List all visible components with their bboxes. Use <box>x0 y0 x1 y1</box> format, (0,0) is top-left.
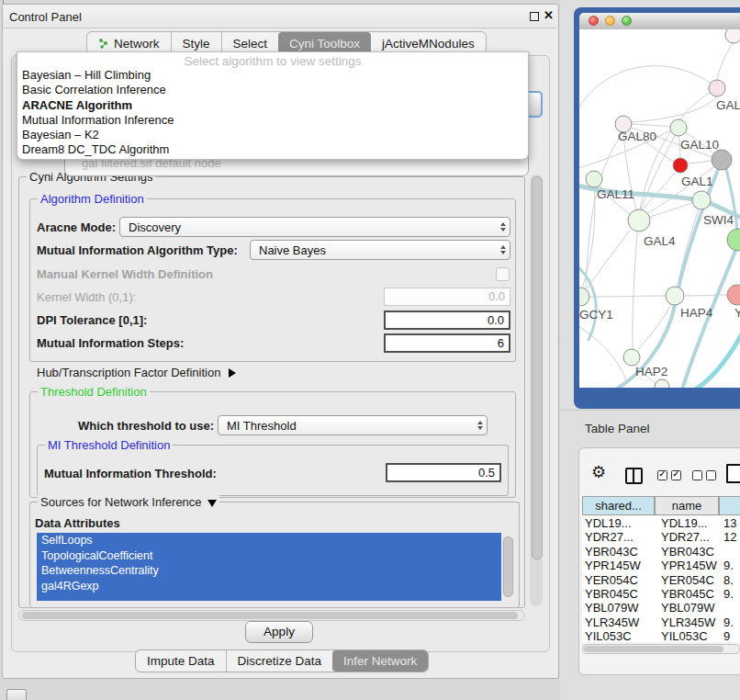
network-node[interactable] <box>623 349 640 366</box>
table-cell[interactable]: YBL079W <box>582 601 655 615</box>
split-columns-icon[interactable] <box>625 468 643 484</box>
table-cell[interactable]: YBR043C <box>655 545 719 559</box>
network-edge[interactable] <box>589 296 666 297</box>
network-edge[interactable] <box>650 203 692 217</box>
network-edge[interactable] <box>579 66 710 117</box>
sources-group-title[interactable]: Sources for Network Inference <box>38 495 219 509</box>
table-cell[interactable]: 12 <box>719 530 736 544</box>
table-cell[interactable]: YIL053C <box>655 629 719 642</box>
network-node[interactable] <box>727 229 740 251</box>
table-row[interactable]: YLR345WYLR345W9. <box>582 615 740 629</box>
table-cell[interactable]: YPR145W <box>582 559 655 572</box>
algorithm-option[interactable]: Mutual Information Inference <box>17 113 528 128</box>
network-edge[interactable] <box>638 304 671 350</box>
network-node[interactable] <box>692 191 711 209</box>
settings-hscrollbar-thumb[interactable] <box>22 612 518 619</box>
table-row[interactable]: YDL19...YDL19...13 <box>582 516 740 530</box>
table-row[interactable]: YBL079WYBL079W <box>582 601 740 615</box>
table-cell[interactable]: YER054C <box>582 573 655 587</box>
data-attributes-list[interactable]: SelfLoopsTopologicalCoefficientBetweenne… <box>37 533 501 601</box>
attribute-list-item[interactable]: BetweennessCentrality <box>37 563 501 579</box>
attribute-list-item[interactable]: TopologicalCoefficient <box>37 548 501 564</box>
network-edge[interactable] <box>642 173 675 210</box>
table-cell[interactable]: YDL19... <box>582 516 655 530</box>
network-view-titlebar[interactable] <box>579 13 740 30</box>
table-cell[interactable]: YER054C <box>655 573 719 587</box>
table-row[interactable]: YDR27...YDR27...12 <box>582 530 740 544</box>
network-node[interactable] <box>712 150 732 170</box>
aracne-mode-combo[interactable]: Discovery <box>119 217 510 237</box>
network-node[interactable] <box>666 287 684 305</box>
close-traffic-light[interactable] <box>589 16 599 26</box>
network-node[interactable] <box>655 379 669 388</box>
attributes-scrollbar-thumb[interactable] <box>503 536 513 597</box>
network-edge[interactable] <box>717 42 734 81</box>
gear-icon[interactable]: ⚙ <box>591 463 606 481</box>
table-row[interactable]: YBR043CYBR043C <box>582 545 740 559</box>
network-node[interactable] <box>628 209 650 231</box>
table-row[interactable]: YPR145WYPR145W9. <box>582 559 740 572</box>
kernel-width-input[interactable]: 0.0 <box>384 288 510 306</box>
algorithm-option[interactable]: Bayesian – K2 <box>17 128 528 142</box>
table-cell[interactable]: YDR27... <box>655 530 719 544</box>
network-edge[interactable] <box>632 96 717 122</box>
table-row[interactable]: YIL053CYIL053C9 <box>582 629 740 642</box>
column-header-partial[interactable] <box>719 496 740 515</box>
table-cell[interactable] <box>719 601 723 615</box>
hub-definition-toggle[interactable]: Hub/Transcription Factor Definition <box>37 366 236 379</box>
table-cell[interactable]: 9. <box>719 587 734 601</box>
network-node[interactable] <box>670 119 687 136</box>
tab-discretize-data[interactable]: Discretize Data <box>226 650 333 672</box>
document-icon[interactable] <box>726 464 740 483</box>
table-cell[interactable] <box>719 545 723 559</box>
network-edge[interactable] <box>685 295 727 296</box>
table-cell[interactable]: YBR045C <box>582 587 655 601</box>
which-threshold-combo[interactable]: MI Threshold <box>218 415 488 435</box>
algorithm-option[interactable]: Basic Correlation Inference <box>17 83 528 97</box>
zoom-traffic-light[interactable] <box>622 16 632 26</box>
table-row[interactable]: YER054CYER054C8. <box>582 573 740 587</box>
mi-algorithm-type-combo[interactable]: Naive Bayes <box>250 240 510 260</box>
checked-boxes-icon[interactable] <box>657 470 681 480</box>
network-node[interactable] <box>727 285 740 305</box>
table-cell[interactable]: YPR145W <box>655 559 719 572</box>
algorithm-option[interactable]: ARACNE Algorithm <box>17 98 528 113</box>
network-edge[interactable] <box>688 161 712 164</box>
table-cell[interactable]: YBR045C <box>655 587 719 601</box>
table-cell[interactable]: YLR345W <box>655 615 719 629</box>
network-node[interactable] <box>586 171 602 187</box>
tab-infer-network[interactable]: Infer Network <box>332 650 428 672</box>
network-edge[interactable] <box>579 323 627 383</box>
mi-steps-input[interactable]: 6 <box>384 333 510 353</box>
close-icon[interactable]: ✕ <box>544 8 554 22</box>
algorithm-option[interactable]: Dream8 DC_TDC Algorithm <box>17 142 528 157</box>
dpi-tolerance-input[interactable]: 0.0 <box>384 310 510 330</box>
network-edge[interactable] <box>586 132 623 288</box>
tab-impute-data[interactable]: Impute Data <box>136 650 226 672</box>
manual-kernel-checkbox[interactable] <box>496 267 510 281</box>
network-node[interactable] <box>579 288 589 306</box>
algorithm-option[interactable]: Bayesian – Hill Climbing <box>17 68 528 83</box>
float-icon[interactable] <box>530 12 539 21</box>
network-canvas[interactable]: GALGAL80GAL10GAL1GAL11SWI4GAL4GCY1HAP4YH… <box>579 29 740 388</box>
table-cell[interactable]: 8. <box>719 573 734 587</box>
table-hscrollbar-thumb[interactable] <box>584 646 723 652</box>
table-cell[interactable]: YDL19... <box>655 516 719 530</box>
table-cell[interactable]: YDR27... <box>582 530 655 544</box>
minimize-traffic-light[interactable] <box>605 16 615 26</box>
attribute-list-item[interactable]: SelfLoops <box>37 533 501 548</box>
settings-vscrollbar-thumb[interactable] <box>532 176 543 559</box>
table-cell[interactable]: YLR345W <box>582 615 655 629</box>
network-edge[interactable] <box>586 231 630 290</box>
column-header-shared[interactable]: shared... <box>582 496 655 515</box>
network-edge[interactable] <box>632 124 671 127</box>
table-cell[interactable]: 9. <box>719 615 734 629</box>
table-cell[interactable]: YBR043C <box>582 545 655 559</box>
table-row[interactable]: YBR045CYBR045C9. <box>582 587 740 601</box>
network-node[interactable] <box>673 158 688 173</box>
mi-threshold-input[interactable]: 0.5 <box>386 463 501 482</box>
table-cell[interactable]: 9 <box>719 629 730 642</box>
collapsed-panel-button[interactable] <box>6 689 27 700</box>
unchecked-boxes-icon[interactable] <box>692 470 716 480</box>
control-panel-titlebar[interactable] <box>3 5 556 28</box>
